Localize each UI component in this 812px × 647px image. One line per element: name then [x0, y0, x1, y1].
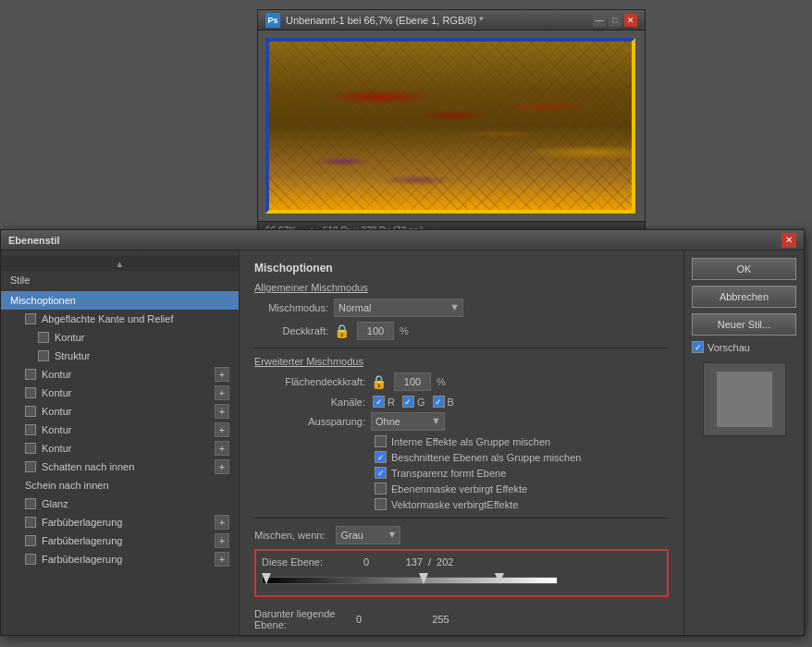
diese-ebene-slider[interactable] — [262, 571, 558, 590]
add-kontur6-button[interactable]: + — [215, 441, 229, 456]
mischen-wenn-label: Mischen, wenn: — [254, 530, 325, 541]
add-farbueber3-button[interactable]: + — [215, 552, 229, 567]
dialog-titlebar[interactable]: Ebenenstil ✕ — [1, 230, 804, 250]
darunter-values: 0 255 — [356, 614, 449, 625]
layer-style-dialog: Ebenenstil ✕ ▲ Stile Mischoptionen Abgef… — [0, 229, 805, 636]
add-kontur5-button[interactable]: + — [215, 422, 229, 437]
add-kontur2-button[interactable]: + — [215, 367, 229, 382]
mischmodus-select[interactable]: Normal — [334, 299, 463, 317]
sidebar-label-mischoptionen: Mischoptionen — [10, 295, 76, 306]
channel-r-checkbox[interactable] — [373, 396, 385, 408]
checkbox-schatten[interactable] — [25, 461, 36, 472]
aussparung-select[interactable]: Ohne — [371, 412, 445, 431]
right-panel: OK Abbrechen Neuer Stil... Vorschau — [683, 250, 804, 635]
darunter-section: Darunter liegende Ebene: 0 255 — [254, 604, 669, 635]
interne-label: Interne Effekte als Gruppe mischen — [391, 436, 550, 447]
checkbox-kontur4[interactable] — [25, 406, 36, 417]
canvas — [265, 38, 635, 214]
flaeche-unit: % — [437, 376, 446, 387]
interne-checkbox[interactable] — [375, 435, 387, 447]
sidebar-item-farbueber1[interactable]: Farbüberlagerung + — [1, 513, 239, 531]
minimize-button[interactable]: — — [593, 14, 606, 27]
sidebar-scroll-up[interactable]: ▲ — [1, 256, 239, 271]
ps-window-controls[interactable]: — □ ✕ — [593, 14, 637, 27]
sidebar-item-kontur6[interactable]: Kontur + — [1, 439, 239, 458]
checkbox-kontur3[interactable] — [25, 387, 36, 398]
ebenenmaske-checkbox-row[interactable]: Ebenenmaske verbirgt Effekte — [375, 482, 669, 494]
sidebar-item-kontur1[interactable]: Kontur — [1, 328, 239, 347]
add-farbueber2-button[interactable]: + — [215, 533, 229, 548]
maximize-button[interactable]: □ — [609, 14, 621, 27]
checkbox-kontur6[interactable] — [25, 443, 36, 454]
ps-title: Unbenannt-1 bei 66,7% (Ebene 1, RGB/8) * — [286, 15, 593, 26]
channel-g-checkbox[interactable] — [402, 396, 414, 408]
dialog-close-button[interactable]: ✕ — [781, 233, 796, 248]
ok-button[interactable]: OK — [692, 258, 796, 280]
checkboxes-group: Interne Effekte als Gruppe mischen Besch… — [375, 435, 669, 510]
flaeche-row: Flächendeckkraft: 🔒 % — [254, 372, 669, 391]
aussparung-select-wrapper[interactable]: Ohne ▼ — [371, 412, 445, 431]
checkbox-struktur[interactable] — [38, 350, 49, 361]
sidebar-item-kontur4[interactable]: Kontur + — [1, 402, 239, 421]
checkbox-kontur1[interactable] — [38, 332, 49, 343]
deckkraft-unit: % — [400, 325, 409, 336]
deckkraft-input[interactable] — [357, 322, 394, 340]
beschnittene-checkbox[interactable] — [375, 451, 387, 463]
sidebar-item-kontur3[interactable]: Kontur + — [1, 384, 239, 402]
beschnittene-checkbox-row[interactable]: Beschnittene Ebenen als Gruppe mischen — [375, 451, 669, 463]
mischen-wenn-select-wrapper[interactable]: Grau ▼ — [336, 526, 400, 544]
sidebar-label-kontur5: Kontur — [42, 424, 71, 435]
sidebar-label-schein: Schein nach innen — [25, 480, 109, 491]
ps-titlebar[interactable]: Ps Unbenannt-1 bei 66,7% (Ebene 1, RGB/8… — [258, 10, 645, 31]
channel-b-checkbox[interactable] — [433, 396, 445, 408]
vorschau-checkbox[interactable] — [692, 341, 704, 353]
ebenenmaske-label: Ebenenmaske verbirgt Effekte — [391, 483, 527, 494]
vektormaske-checkbox[interactable] — [375, 498, 387, 510]
deckkraft-row: Deckkraft: 🔒 % — [254, 322, 669, 340]
diese-ebene-handle-left[interactable] — [262, 573, 271, 584]
transparenz-checkbox-row[interactable]: Transparenz formt Ebene — [375, 467, 669, 479]
sidebar-label-kontur6: Kontur — [42, 443, 71, 454]
sidebar-item-kontur2[interactable]: Kontur + — [1, 365, 239, 384]
interne-checkbox-row[interactable]: Interne Effekte als Gruppe mischen — [375, 435, 669, 447]
sidebar-item-farbueber3[interactable]: Farbüberlagerung + — [1, 550, 239, 568]
ebenenmaske-checkbox[interactable] — [375, 482, 387, 494]
abbrechen-button[interactable]: Abbrechen — [692, 286, 796, 308]
mischen-wenn-select[interactable]: Grau — [336, 526, 400, 544]
diese-ebene-val3: 202 — [437, 556, 453, 568]
diese-ebene-track — [262, 577, 558, 584]
checkbox-farbueber2[interactable] — [25, 535, 36, 546]
checkbox-kontur5[interactable] — [25, 424, 36, 435]
sidebar-item-abgeflachte[interactable]: Abgeflachte Kante und Relief — [1, 310, 239, 328]
checkbox-abgeflachte[interactable] — [25, 313, 36, 324]
channel-b-label[interactable]: B — [433, 396, 454, 408]
neuer-stil-button[interactable]: Neuer Stil... — [692, 313, 796, 336]
checkbox-glanz[interactable] — [25, 498, 36, 509]
sidebar-item-schatten[interactable]: Schatten nach innen + — [1, 458, 239, 476]
sidebar-item-farbueber2[interactable]: Farbüberlagerung + — [1, 531, 239, 550]
darunter-slider[interactable] — [254, 634, 550, 635]
vektormaske-checkbox-row[interactable]: Vektormaske verbirgtEffekte — [375, 498, 669, 510]
add-kontur4-button[interactable]: + — [215, 404, 229, 419]
diese-ebene-handle-right[interactable] — [495, 573, 504, 584]
add-schatten-button[interactable]: + — [215, 459, 229, 474]
add-kontur3-button[interactable]: + — [215, 385, 229, 400]
diese-ebene-handle-mid-left[interactable] — [419, 573, 428, 584]
sidebar-item-schein[interactable]: Schein nach innen — [1, 476, 239, 494]
mischmodus-select-wrapper[interactable]: Normal ▼ — [334, 299, 463, 317]
checkbox-farbueber3[interactable] — [25, 554, 36, 565]
flaeche-input[interactable] — [394, 372, 431, 391]
sidebar-item-mischoptionen[interactable]: Mischoptionen — [1, 291, 239, 310]
darunter-val2: 255 — [432, 614, 449, 625]
add-farbueber1-button[interactable]: + — [215, 515, 229, 530]
sidebar-item-glanz[interactable]: Glanz — [1, 494, 239, 513]
sidebar-item-struktur[interactable]: Struktur — [1, 347, 239, 365]
checkbox-farbueber1[interactable] — [25, 517, 36, 528]
sidebar-item-kontur5[interactable]: Kontur + — [1, 421, 239, 439]
channel-r-label[interactable]: R — [373, 396, 395, 408]
transparenz-checkbox[interactable] — [375, 467, 387, 479]
channel-g-label[interactable]: G — [402, 396, 425, 408]
sidebar-label-schatten: Schatten nach innen — [42, 461, 134, 472]
close-button[interactable]: ✕ — [624, 14, 637, 27]
checkbox-kontur2[interactable] — [25, 369, 36, 380]
